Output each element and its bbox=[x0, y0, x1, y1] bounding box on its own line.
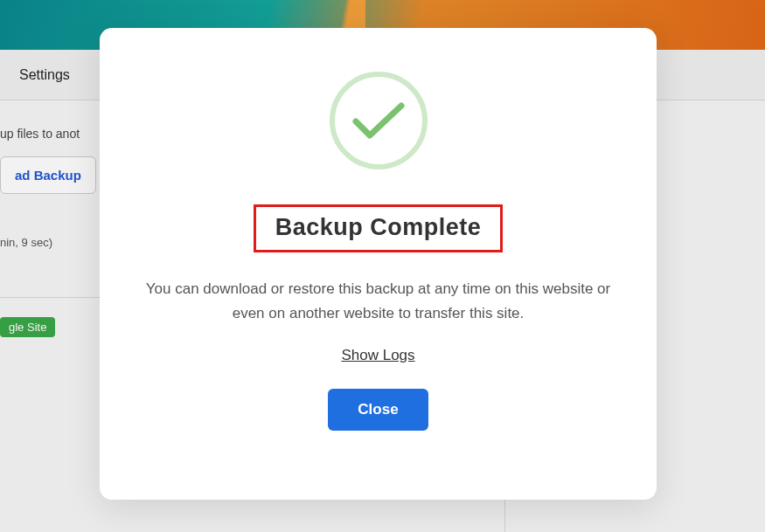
close-button[interactable]: Close bbox=[328, 389, 428, 431]
backup-complete-modal: Backup Complete You can download or rest… bbox=[100, 28, 657, 500]
modal-title: Backup Complete bbox=[275, 214, 482, 241]
modal-body-text: You can download or restore this backup … bbox=[138, 277, 619, 326]
success-check-icon bbox=[330, 72, 428, 169]
modal-title-highlight: Backup Complete bbox=[254, 204, 504, 252]
show-logs-link[interactable]: Show Logs bbox=[341, 347, 414, 364]
